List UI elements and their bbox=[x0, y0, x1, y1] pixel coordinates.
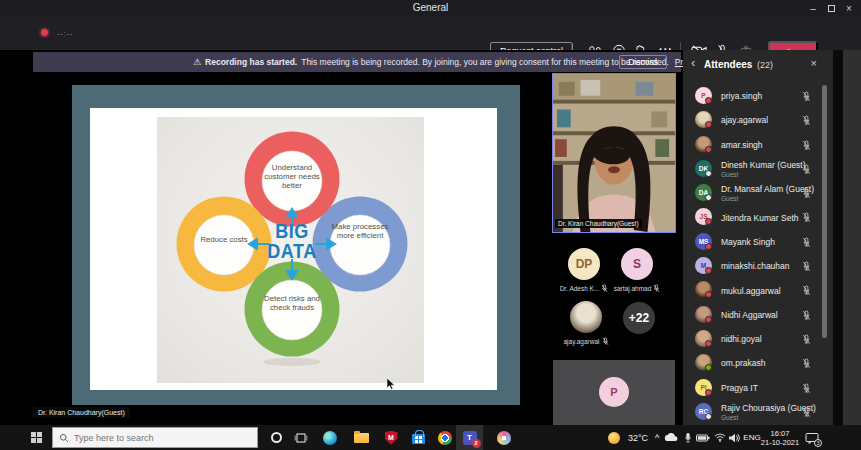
chrome-icon[interactable] bbox=[435, 425, 455, 450]
maximize-button[interactable] bbox=[823, 1, 839, 16]
status-badge bbox=[705, 316, 712, 323]
attendee-name: amar.singh bbox=[721, 140, 763, 150]
attendee-row[interactable]: mukul.aggarwal bbox=[683, 278, 827, 302]
attendee-name: ajay.agarwal bbox=[721, 115, 768, 125]
date-label: 21-10-2021 bbox=[761, 438, 799, 447]
diagram-center-label: BIG DATA bbox=[254, 221, 330, 261]
task-view-icon[interactable] bbox=[291, 425, 311, 450]
tile-label: Dr. Adesh K... bbox=[557, 284, 611, 293]
attendee-row[interactable]: JS Jitendra Kumar Seth bbox=[683, 205, 827, 229]
attendee-text: Jitendra Kumar Seth bbox=[721, 205, 798, 229]
cortana-icon[interactable] bbox=[266, 425, 286, 450]
attendee-row[interactable]: PI Pragya IT bbox=[683, 376, 827, 400]
attendee-row[interactable]: RC Rajiv Chourasiya (Guest) Guest bbox=[683, 400, 827, 424]
temperature-label[interactable]: 32°C bbox=[624, 425, 652, 450]
presenter-name-label: Dr. Kiran Chaudhary(Guest) bbox=[33, 407, 130, 418]
close-panel-icon[interactable]: × bbox=[811, 57, 817, 69]
attendee-role: Guest bbox=[721, 195, 814, 202]
status-badge bbox=[705, 267, 712, 274]
clock[interactable]: 16:07 21-10-2021 bbox=[758, 425, 802, 450]
status-badge bbox=[705, 340, 712, 347]
avatar: DP bbox=[568, 248, 600, 280]
scrollbar[interactable] bbox=[822, 85, 827, 338]
start-button[interactable] bbox=[22, 425, 50, 450]
meeting-toolbar: --:-- Request control ··· bbox=[0, 17, 861, 50]
mic-muted-icon bbox=[802, 164, 811, 175]
mic-muted-icon bbox=[802, 407, 811, 418]
microsoft-store-icon[interactable] bbox=[408, 425, 428, 450]
microphone-tray-icon[interactable] bbox=[680, 425, 696, 450]
onedrive-cloud-icon[interactable] bbox=[663, 425, 679, 450]
recording-banner-message: This meeting is being recorded. By joini… bbox=[301, 57, 669, 67]
tile-label: sartaj.ahmad bbox=[610, 284, 664, 293]
attendee-row[interactable]: nidhi.goyal bbox=[683, 327, 827, 351]
paint3d-icon[interactable] bbox=[494, 425, 514, 450]
window-title: General bbox=[0, 2, 861, 13]
avatar bbox=[570, 301, 602, 333]
attendees-panel: ‹ Attendees (22) × P priya.singh ajay.ag… bbox=[683, 50, 833, 425]
participant-tile[interactable]: ajay.agarwal bbox=[559, 301, 613, 346]
warning-icon: ⚠ bbox=[193, 57, 201, 67]
mic-muted-icon bbox=[802, 140, 811, 151]
attendee-text: Nidhi Aggarwal bbox=[721, 303, 778, 327]
mcafee-icon[interactable]: M bbox=[381, 425, 401, 450]
desktop-edge bbox=[833, 50, 861, 425]
attendee-row[interactable]: Nidhi Aggarwal bbox=[683, 303, 827, 327]
taskbar-search[interactable] bbox=[52, 427, 258, 448]
attendee-name: minakshi.chauhan bbox=[721, 261, 790, 271]
attendees-list: P priya.singh ajay.agarwal amar.singh DK… bbox=[683, 84, 827, 425]
search-input[interactable] bbox=[74, 433, 251, 443]
status-badge bbox=[705, 413, 712, 420]
mic-muted-icon bbox=[802, 212, 811, 223]
mic-muted-icon bbox=[802, 383, 811, 394]
teams-meeting-window: General – × --:-- Request control ··· bbox=[0, 0, 861, 450]
dismiss-button[interactable]: Dismiss bbox=[619, 55, 667, 69]
meeting-timer: --:-- bbox=[57, 30, 73, 37]
desktop-edge-inner bbox=[843, 50, 861, 425]
tray-expand-icon[interactable]: ^ bbox=[651, 425, 663, 450]
participant-tile[interactable]: +22 bbox=[612, 302, 666, 338]
attendee-row[interactable]: M minakshi.chauhan bbox=[683, 254, 827, 278]
attendee-row[interactable]: amar.singh bbox=[683, 133, 827, 157]
minimize-button[interactable]: – bbox=[805, 1, 821, 16]
weather-icon[interactable] bbox=[606, 425, 622, 450]
teams-logo-icon: T 2 bbox=[463, 431, 477, 445]
attendee-row[interactable]: P priya.singh bbox=[683, 84, 827, 108]
participant-tile[interactable]: DP Dr. Adesh K... bbox=[557, 248, 611, 293]
participant-tile[interactable]: S sartaj.ahmad bbox=[610, 248, 664, 293]
teams-taskbar-icon[interactable]: T 2 bbox=[456, 425, 483, 450]
status-badge bbox=[705, 291, 712, 298]
volume-icon[interactable] bbox=[726, 425, 742, 450]
mouse-cursor bbox=[387, 378, 396, 390]
recording-banner-title: Recording has started. bbox=[205, 57, 297, 67]
attendee-text: Mayank Singh bbox=[721, 230, 775, 254]
attendee-row[interactable]: ajay.agarwal bbox=[683, 108, 827, 132]
close-button[interactable]: × bbox=[841, 1, 857, 16]
mic-muted-icon bbox=[802, 115, 811, 126]
mic-muted-icon bbox=[802, 334, 811, 345]
attendee-row[interactable]: om.prakash bbox=[683, 351, 827, 375]
notification-center-icon[interactable]: 3 bbox=[801, 425, 823, 450]
battery-icon[interactable] bbox=[695, 425, 711, 450]
attendee-row[interactable]: DA Dr. Mansaf Alam (Guest) Guest bbox=[683, 181, 827, 205]
back-chevron-icon[interactable]: ‹ bbox=[691, 55, 695, 70]
status-badge bbox=[705, 364, 712, 371]
attendee-row[interactable]: MS Mayank Singh bbox=[683, 230, 827, 254]
presentation-slide: Understand customer needs betterMake pro… bbox=[90, 108, 497, 390]
status-badge bbox=[705, 194, 712, 201]
windows-logo-icon bbox=[31, 432, 42, 443]
active-speaker-video[interactable]: Dr. Kiran Chaudhary(Guest) bbox=[552, 73, 676, 233]
teams-badge: 2 bbox=[472, 439, 481, 448]
edge-browser-icon[interactable] bbox=[320, 425, 340, 450]
file-explorer-icon[interactable] bbox=[351, 425, 371, 450]
attendee-row[interactable]: DK Dinesh Kumar (Guest) Guest bbox=[683, 157, 827, 181]
attendee-text: ajay.agarwal bbox=[721, 108, 768, 132]
self-video-tile[interactable]: P bbox=[553, 360, 675, 425]
mic-muted-icon bbox=[802, 285, 811, 296]
video-name-label: Dr. Kiran Chaudhary(Guest) bbox=[555, 219, 642, 228]
attendee-name: Nidhi Aggarwal bbox=[721, 310, 778, 320]
mic-muted-icon bbox=[802, 310, 811, 321]
tile-label: ajay.agarwal bbox=[559, 337, 613, 346]
attendee-text: Dinesh Kumar (Guest) Guest bbox=[721, 157, 806, 181]
avatar: P bbox=[599, 377, 629, 407]
